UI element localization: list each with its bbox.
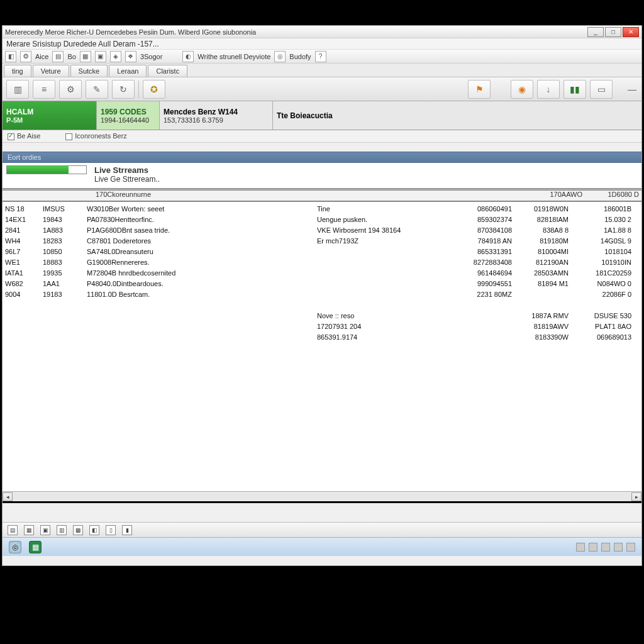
cell: NS 18	[5, 205, 43, 213]
subinfo-right[interactable]: Iconronests Berz	[65, 132, 127, 140]
cell: SA748L0Dreansuteru	[87, 248, 313, 255]
table-row[interactable]: WE118883G19008Rennereres.	[5, 257, 313, 267]
tool-icon[interactable]: ?	[315, 51, 326, 62]
tool-icon[interactable]: ▦	[80, 51, 91, 62]
tray-icon[interactable]	[589, 543, 597, 552]
footer-icon[interactable]: ▥	[57, 525, 67, 535]
table-row[interactable]: IATA119935M72804B hnrdbedcosernited	[5, 267, 313, 278]
table-row[interactable]: W6821AA1P48040.0Dintbeardoues.	[5, 278, 313, 289]
footer-icon[interactable]: ▣	[40, 525, 50, 535]
cell: 28503AMN	[518, 269, 575, 277]
cell: 069689013	[575, 333, 631, 341]
footer-icon[interactable]: ▮	[122, 525, 132, 535]
titlebar[interactable]: Mererecedly Meroe Richer-U Derncedebes P…	[3, 26, 641, 38]
close-button[interactable]: ✕	[623, 27, 639, 37]
cell: Tine	[317, 205, 449, 213]
big-tool-icon[interactable]: ✎	[86, 80, 108, 99]
tool-icon[interactable]: ◧	[5, 51, 16, 62]
tab-ting[interactable]: ting	[4, 65, 31, 77]
footer-icon[interactable]: ▩	[73, 525, 83, 535]
collapse-icon[interactable]: —	[626, 85, 638, 94]
cell: IATA1	[5, 269, 43, 277]
taskbar-app-icon[interactable]: ▦	[29, 541, 42, 553]
table-row[interactable]: Er mch7193Z784918 AN819180M14G0SL 9	[317, 235, 638, 246]
big-tool-icon[interactable]: ▭	[590, 80, 613, 99]
toolbar-label[interactable]: Writhe strunell Deyviote	[197, 53, 270, 60]
table-row[interactable]: 96148469428503AMN181C20259	[317, 267, 638, 278]
table-row[interactable]: WH418283C87801 Doderetores	[5, 235, 313, 246]
cell: 784918 AN	[449, 237, 518, 245]
toolbar: ◧ ❂ Aice ▤ Bo ▦ ▣ ◈ ❖ 3Sogor ◐ Writhe st…	[3, 50, 641, 64]
toolbar-label[interactable]: Budofy	[289, 53, 311, 60]
cell: 96L7	[5, 248, 43, 255]
toolbar-label[interactable]: Aice	[35, 53, 48, 60]
taskbar-app-icon[interactable]: ◎	[9, 541, 21, 553]
scrollbar-horizontal[interactable]: ◂ ▸	[3, 491, 641, 501]
table-row[interactable]: 96L710850SA748L0Dreansuteru	[5, 246, 313, 257]
maximize-button[interactable]: □	[605, 27, 621, 37]
tool-icon[interactable]: ❖	[125, 51, 136, 62]
big-tool-icon[interactable]: ⚙	[59, 80, 82, 99]
hdr-r2: 170AAWO	[526, 191, 582, 201]
big-tool-icon[interactable]: ✪	[143, 80, 165, 99]
footer-icon[interactable]: ▦	[24, 525, 34, 535]
big-tool-icon[interactable]: ↓	[537, 80, 560, 99]
tool-icon[interactable]: ▣	[95, 51, 106, 62]
table-row[interactable]: 90041918311801.0D Besrtcam.	[5, 289, 313, 299]
table-row[interactable]: 8272883408812190AN101910IN	[317, 257, 638, 267]
table-row[interactable]: 2231 80MZ22086F 0	[317, 289, 638, 299]
tool-icon[interactable]: ◈	[110, 51, 121, 62]
checkbox-icon[interactable]	[8, 133, 14, 140]
table-row[interactable]: 99909455181894 M1N084WO 0	[317, 278, 638, 289]
table-row[interactable]	[317, 299, 638, 310]
cell: 086060491	[449, 205, 518, 213]
checkbox-icon[interactable]	[65, 133, 72, 140]
tray-icon[interactable]	[626, 543, 635, 552]
livestreams-title: Live Strreams	[94, 165, 160, 175]
table-row[interactable]: 865331391810004MI1018104	[317, 246, 638, 257]
cell: 82818IAM	[518, 216, 575, 223]
big-tool-icon[interactable]: ▮▮	[564, 80, 586, 99]
toolbar-label[interactable]: Bo	[67, 53, 75, 60]
tab-leraan[interactable]: Leraan	[109, 65, 147, 77]
tool-icon[interactable]: ▤	[52, 51, 64, 62]
cell: 859302374	[449, 216, 518, 223]
big-tool-icon[interactable]: ↻	[112, 80, 135, 99]
system-tray[interactable]	[576, 543, 635, 552]
subinfo-left[interactable]: Be Aise	[8, 132, 40, 140]
big-tool-icon[interactable]: ≡	[33, 80, 55, 99]
table-row[interactable]: Nove :: reso1887A RMVDSUSE 530	[317, 310, 638, 321]
tool-icon[interactable]: ◐	[182, 51, 194, 62]
big-tool-icon[interactable]: ◉	[511, 80, 533, 99]
table-row[interactable]: 17207931 20481819AWVPLAT1 8AO	[317, 321, 638, 331]
footer-icon[interactable]: ◧	[89, 525, 99, 535]
tray-icon[interactable]	[601, 543, 610, 552]
table-row[interactable]: NS 18IMSUSW3010Ber Worten: seeet	[5, 203, 313, 214]
scroll-right-button[interactable]: ▸	[631, 492, 641, 501]
minimize-button[interactable]: _	[587, 27, 604, 37]
big-tool-icon[interactable]: ▥	[6, 80, 29, 99]
tray-icon[interactable]	[576, 543, 585, 552]
table-row[interactable]: 865391.91748183390W069689013	[317, 331, 638, 342]
tab-claristc[interactable]: Claristc	[148, 65, 187, 77]
table-row[interactable]: 14EX119843PA07830Hentteorfinc.	[5, 214, 313, 225]
cell: 181C20259	[575, 269, 631, 277]
table-row[interactable]: Uengue pusken.85930237482818IAM15.030 2	[317, 214, 638, 225]
toolbar-label[interactable]: 3Sogor	[140, 53, 162, 60]
tab-sutcke[interactable]: Sutcke	[70, 65, 108, 77]
cell: 812190AN	[518, 258, 575, 266]
tool-icon[interactable]: ◎	[274, 51, 286, 62]
footer-icon[interactable]: ▯	[106, 525, 116, 535]
taskbar[interactable]: ◎ ▦	[3, 537, 641, 556]
info-bar: HCALM P-5M 1959 CODES 1994-16464440 Menc…	[3, 101, 641, 130]
table-row[interactable]: VKE Wirbosernt 194 38164870384108838A8 8…	[317, 225, 638, 235]
tab-veture[interactable]: Veture	[33, 65, 69, 77]
table-row[interactable]: Tine08606049101918W0N186001B	[317, 203, 638, 214]
footer-icon[interactable]: ▤	[8, 525, 18, 535]
table-row[interactable]: 28411A883P1AG680DBnt sasea tride.	[5, 225, 313, 235]
tray-icon[interactable]	[614, 543, 623, 552]
cell: 1A1.88 8	[575, 226, 631, 234]
scroll-left-button[interactable]: ◂	[3, 492, 13, 501]
big-tool-icon[interactable]: ⚑	[468, 80, 491, 99]
tool-icon[interactable]: ❂	[20, 51, 31, 62]
